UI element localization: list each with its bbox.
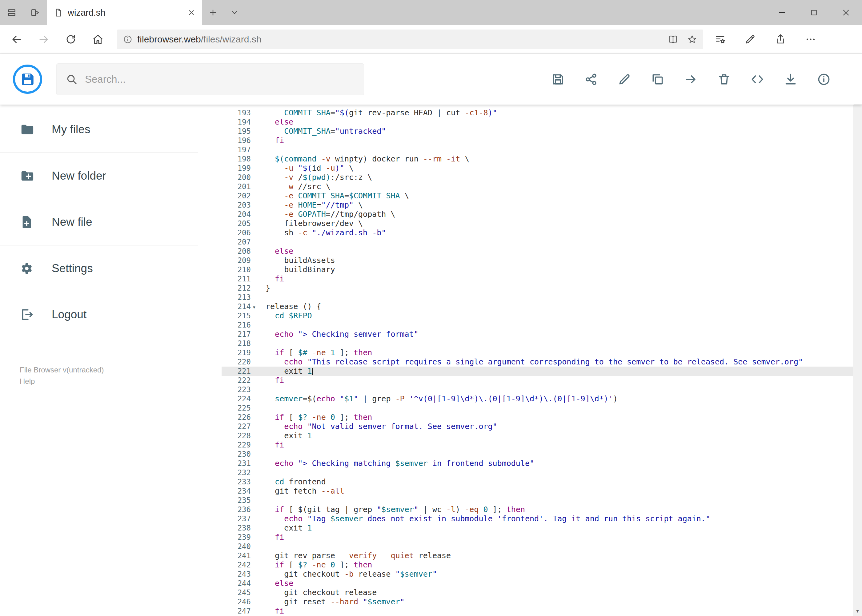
code-line[interactable]: 215 cd $REPO	[222, 311, 862, 321]
line-number[interactable]: 193	[222, 108, 251, 118]
code-line[interactable]: 206 sh -c "./wizard.sh -b"	[222, 228, 862, 237]
line-number[interactable]: 209	[222, 256, 251, 265]
code-line[interactable]: 193 COMMIT_SHA="$(git rev-parse HEAD | c…	[222, 108, 862, 118]
code-line[interactable]: 218	[222, 339, 862, 348]
line-number[interactable]: 227	[222, 422, 251, 431]
line-number[interactable]: 246	[222, 597, 251, 607]
line-number[interactable]: 237	[222, 514, 251, 523]
line-number[interactable]: 244	[222, 579, 251, 588]
code-line[interactable]: 212}	[222, 284, 862, 293]
line-number[interactable]: 206	[222, 228, 251, 237]
reading-view-icon[interactable]	[668, 35, 678, 44]
site-info-icon[interactable]	[123, 35, 132, 44]
line-number[interactable]: 200	[222, 173, 251, 182]
code-line[interactable]: 226 if [ $? -ne 0 ]; then	[222, 413, 862, 422]
minimize-button[interactable]	[766, 0, 798, 25]
code-line[interactable]: 221 exit 1	[222, 366, 862, 376]
copy-button[interactable]	[651, 72, 664, 86]
line-number[interactable]: 241	[222, 551, 251, 560]
code-line[interactable]: 231 echo "> Checking matching $semver in…	[222, 459, 862, 468]
line-number[interactable]: 247	[222, 607, 251, 616]
rename-button[interactable]	[618, 72, 631, 86]
code-editor[interactable]: 193 COMMIT_SHA="$(git rev-parse HEAD | c…	[222, 105, 862, 616]
code-view-button[interactable]	[750, 72, 764, 86]
line-number[interactable]: 194	[222, 118, 251, 127]
line-number[interactable]: 215	[222, 311, 251, 321]
code-line[interactable]: 217 echo "> Checking semver format"	[222, 330, 862, 339]
line-number[interactable]: 225	[222, 404, 251, 413]
code-line[interactable]: 213	[222, 293, 862, 302]
line-number[interactable]: 236	[222, 505, 251, 514]
code-line[interactable]: 204 -e GOPATH=//tmp/gopath \	[222, 210, 862, 219]
line-number[interactable]: 226	[222, 413, 251, 422]
tab-close-icon[interactable]	[188, 9, 195, 17]
line-number[interactable]: 220	[222, 357, 251, 366]
sidebar-item-new-folder[interactable]: New folder	[0, 153, 222, 199]
line-number[interactable]: 212	[222, 284, 251, 293]
code-line[interactable]: 210 buildBinary	[222, 265, 862, 274]
line-number[interactable]: 239	[222, 533, 251, 542]
code-line[interactable]: 239 fi	[222, 533, 862, 542]
code-line[interactable]: 230	[222, 449, 862, 459]
line-number[interactable]: 221	[222, 366, 251, 376]
code-line[interactable]: 247 fi	[222, 607, 862, 616]
code-line[interactable]: 245 git checkout release	[222, 588, 862, 597]
line-number[interactable]: 213	[222, 293, 251, 302]
forward-button[interactable]	[30, 27, 57, 52]
code-line[interactable]: 219 if [ $# -ne 1 ]; then	[222, 348, 862, 357]
code-line[interactable]: 195 COMMIT_SHA="untracked"	[222, 127, 862, 136]
line-number[interactable]: 201	[222, 182, 251, 191]
code-line[interactable]: 229 fi	[222, 440, 862, 449]
line-number[interactable]: 196	[222, 136, 251, 145]
code-line[interactable]: 202 -e COMMIT_SHA=$COMMIT_SHA \	[222, 191, 862, 201]
code-line[interactable]: 232	[222, 468, 862, 477]
code-line[interactable]: 207	[222, 237, 862, 247]
line-number[interactable]: 205	[222, 219, 251, 228]
code-line[interactable]: 214▾release () {	[222, 302, 862, 311]
line-number[interactable]: 214▾	[222, 302, 251, 311]
code-line[interactable]: 236 if [ $(git tag | grep "$semver" | wc…	[222, 505, 862, 514]
code-line[interactable]: 196 fi	[222, 136, 862, 145]
refresh-button[interactable]	[57, 27, 84, 52]
code-line[interactable]: 208 else	[222, 247, 862, 256]
download-button[interactable]	[784, 72, 797, 86]
set-tabs-aside-button[interactable]	[24, 0, 47, 25]
line-number[interactable]: 242	[222, 560, 251, 570]
code-line[interactable]: 235	[222, 496, 862, 505]
line-number[interactable]: 217	[222, 330, 251, 339]
code-line[interactable]: 241 git rev-parse --verify --quiet relea…	[222, 551, 862, 560]
settings-more-button[interactable]	[796, 27, 826, 52]
line-number[interactable]: 228	[222, 431, 251, 440]
line-number[interactable]: 229	[222, 440, 251, 449]
fold-toggle-icon[interactable]: ▾	[252, 302, 256, 311]
code-line[interactable]: 225	[222, 404, 862, 413]
home-button[interactable]	[84, 27, 112, 52]
code-line[interactable]: 194 else	[222, 118, 862, 127]
ink-notes-button[interactable]	[735, 27, 765, 52]
line-number[interactable]: 202	[222, 191, 251, 201]
line-number[interactable]: 224	[222, 394, 251, 404]
line-number[interactable]: 197	[222, 145, 251, 154]
sidebar-item-settings[interactable]: Settings	[0, 245, 222, 292]
sidebar-item-new-file[interactable]: New file	[0, 199, 222, 245]
line-number[interactable]: 230	[222, 449, 251, 459]
line-number[interactable]: 232	[222, 468, 251, 477]
line-number[interactable]: 211	[222, 274, 251, 284]
code-line[interactable]: 220 echo "This release script requires a…	[222, 357, 862, 366]
code-line[interactable]: 223	[222, 385, 862, 394]
help-link[interactable]: Help	[20, 376, 222, 387]
info-button[interactable]	[817, 72, 830, 86]
line-number[interactable]: 198	[222, 154, 251, 163]
favorite-star-icon[interactable]	[687, 35, 697, 44]
line-number[interactable]: 210	[222, 265, 251, 274]
line-number[interactable]: 223	[222, 385, 251, 394]
line-number[interactable]: 233	[222, 477, 251, 487]
code-line[interactable]: 201 -w //src \	[222, 182, 862, 191]
scroll-down-icon[interactable]: ▼	[853, 606, 862, 616]
code-line[interactable]: 246 git reset --hard "$semver"	[222, 597, 862, 607]
line-number[interactable]: 203	[222, 201, 251, 210]
line-number[interactable]: 216	[222, 321, 251, 330]
line-number[interactable]: 218	[222, 339, 251, 348]
code-line[interactable]: 200 -v /$(pwd):/src:z \	[222, 173, 862, 182]
code-line[interactable]: 244 else	[222, 579, 862, 588]
